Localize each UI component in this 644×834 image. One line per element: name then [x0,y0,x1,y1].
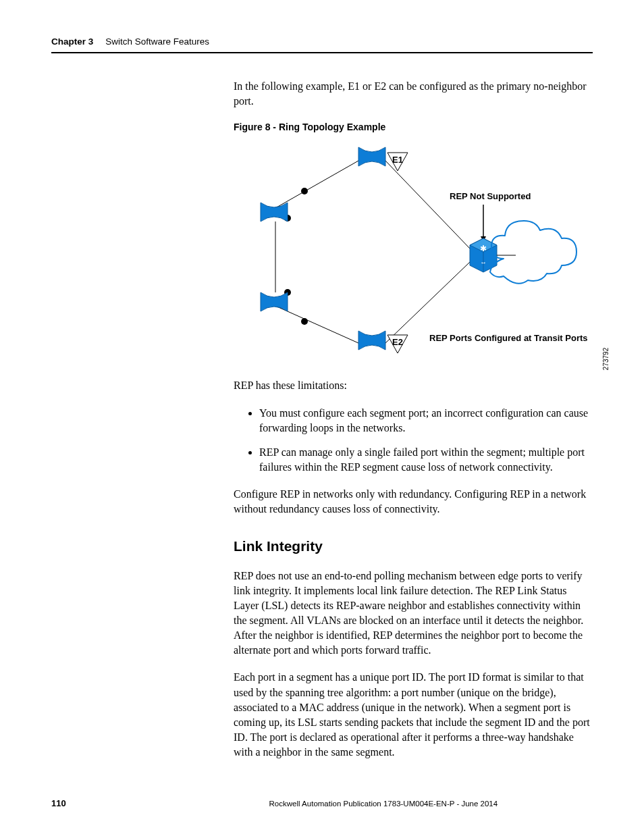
svg-text:✱: ✱ [480,244,487,253]
running-header: Chapter 3 Switch Software Features [51,36,593,53]
limitations-intro: REP has these limitations: [234,378,591,393]
label-transit: REP Ports Configured at Transit Ports [429,332,588,344]
config-note: Configure REP in networks only with redu… [234,487,591,517]
svg-line-3 [385,161,470,249]
cloud-icon [490,221,576,284]
figure-8-diagram: ✱ ↔ E1 E2 REP Not Supported REP Ports Co… [234,140,591,363]
limitation-item: You must configure each segment port; an… [259,406,591,436]
limitations-list: You must configure each segment port; an… [259,406,591,475]
body-paragraph: Each port in a segment has a unique port… [234,670,591,759]
publication-info: Rockwell Automation Publication 1783-UM0… [174,800,593,808]
chapter-label: Chapter 3 [51,36,93,47]
section-heading: Link Integrity [234,537,591,556]
svg-text:↔: ↔ [480,259,487,266]
body-paragraph: REP does not use an end-to-end polling m… [234,569,591,658]
label-not-supported: REP Not Supported [450,190,531,203]
svg-point-7 [301,188,308,194]
topology-svg: ✱ ↔ [234,140,598,363]
svg-line-4 [385,262,470,343]
chapter-title: Switch Software Features [105,36,209,47]
label-e2: E2 [392,336,403,348]
page-number: 110 [51,798,66,808]
router-icon: ✱ ↔ [470,238,497,272]
svg-point-10 [301,318,308,325]
switch-icon [261,147,385,350]
figure-id-number: 273792 [601,347,610,369]
label-e1: E1 [392,154,403,166]
intro-paragraph: In the following example, E1 or E2 can b… [234,79,591,109]
page-footer: 110 Rockwell Automation Publication 1783… [51,798,593,808]
body-column: In the following example, E1 or E2 can b… [234,79,591,760]
svg-line-0 [275,161,358,208]
limitation-item: REP can manage only a single failed port… [259,445,591,475]
figure-caption: Figure 8 - Ring Topology Example [234,121,591,134]
